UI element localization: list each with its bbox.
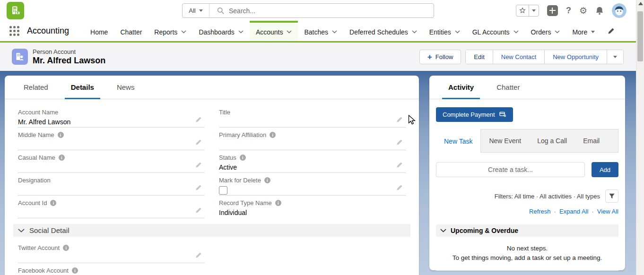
nav-tab-batches[interactable]: Batches bbox=[298, 21, 343, 41]
record-meta: Person Account Mr. Alfred Lawson bbox=[33, 48, 105, 66]
record-type-label: Person Account bbox=[33, 48, 105, 55]
search-scope-selector[interactable]: All bbox=[183, 4, 209, 17]
tab-news[interactable]: News bbox=[111, 76, 141, 99]
info-icon[interactable] bbox=[240, 155, 246, 161]
app-launcher-waffle-icon[interactable] bbox=[9, 26, 19, 36]
edit-pencil-icon[interactable] bbox=[396, 139, 403, 146]
edit-pencil-icon[interactable] bbox=[195, 252, 202, 258]
new-contact-button[interactable]: New Contact bbox=[493, 50, 544, 64]
field-primary-affiliation: Primary Affiliation bbox=[219, 128, 406, 150]
scrollbar-up-arrow-icon[interactable] bbox=[638, 2, 643, 5]
scrollbar-thumb[interactable] bbox=[637, 11, 643, 61]
info-icon[interactable] bbox=[275, 200, 281, 206]
mark-for-delete-checkbox[interactable] bbox=[219, 186, 227, 195]
search-scope-label: All bbox=[189, 7, 195, 14]
tab-new-task[interactable]: New Task bbox=[436, 129, 481, 153]
setup-gear-icon[interactable]: ⚙ bbox=[579, 6, 587, 15]
edit-pencil-icon[interactable] bbox=[195, 184, 202, 191]
tab-related[interactable]: Related bbox=[17, 76, 54, 99]
page-scrollbar[interactable] bbox=[636, 0, 644, 275]
notifications-bell-icon[interactable] bbox=[595, 6, 604, 15]
search-input[interactable]: Search... bbox=[229, 7, 255, 15]
field-title: Title bbox=[219, 105, 406, 128]
activity-card: Activity Chatter Complete Payment New Ta… bbox=[429, 76, 625, 270]
section-upcoming-overdue[interactable]: Upcoming & Overdue bbox=[436, 224, 618, 237]
header-utility-icons: ? ⚙ bbox=[516, 3, 627, 18]
nav-tab-entities[interactable]: Entities bbox=[423, 21, 466, 41]
nav-tab-reports[interactable]: Reports bbox=[148, 21, 192, 41]
info-icon[interactable] bbox=[59, 155, 65, 161]
nav-tab-home[interactable]: Home bbox=[84, 21, 114, 41]
empty-state-line2: To get things moving, add a task or set … bbox=[429, 253, 625, 263]
nav-tab-deferred-schedules[interactable]: Deferred Schedules bbox=[343, 21, 423, 41]
view-all-link[interactable]: View All bbox=[588, 208, 618, 215]
empty-state-message: No next steps. To get things moving, add… bbox=[429, 244, 625, 262]
quick-action-tabs: New Task New Event Log a Call Email bbox=[436, 129, 618, 153]
details-tab-row: Related Details News bbox=[5, 76, 419, 99]
tab-log-a-call[interactable]: Log a Call bbox=[529, 129, 575, 152]
complete-payment-button[interactable]: Complete Payment bbox=[436, 107, 513, 122]
field-record-type-name: Record Type Name Individual bbox=[219, 196, 406, 218]
favorites-dropdown-icon[interactable] bbox=[529, 5, 539, 16]
caret-down-icon bbox=[591, 31, 595, 33]
chevron-down-icon bbox=[332, 30, 337, 34]
nav-tab-orders[interactable]: Orders bbox=[525, 21, 566, 41]
edit-pencil-icon[interactable] bbox=[396, 116, 403, 123]
salesforce-page: All Search... ? ⚙ bbox=[0, 0, 644, 275]
refresh-link[interactable]: Refresh bbox=[529, 208, 551, 215]
social-detail-fields: Twitter Account Facebook Account bbox=[5, 237, 419, 275]
edit-pencil-icon[interactable] bbox=[195, 139, 202, 146]
edit-navigation-pencil-icon[interactable] bbox=[608, 27, 615, 34]
info-icon[interactable] bbox=[50, 200, 56, 206]
tab-chatter[interactable]: Chatter bbox=[490, 76, 526, 99]
new-opportunity-button[interactable]: New Opportunity bbox=[544, 50, 607, 64]
follow-button[interactable]: + Follow bbox=[419, 50, 461, 64]
nav-tab-chatter[interactable]: Chatter bbox=[114, 21, 148, 41]
edit-pencil-icon[interactable] bbox=[396, 162, 403, 168]
record-action-button-group: Edit New Contact New Opportunity bbox=[465, 50, 624, 64]
nav-tab-more[interactable]: More bbox=[566, 21, 601, 41]
global-header: All Search... ? ⚙ bbox=[0, 0, 636, 21]
nav-tab-dashboards[interactable]: Dashboards bbox=[192, 21, 250, 41]
tab-details[interactable]: Details bbox=[65, 76, 100, 99]
info-icon[interactable] bbox=[270, 132, 276, 138]
field-status: Status Active bbox=[219, 150, 406, 173]
payment-icon bbox=[499, 112, 506, 118]
edit-pencil-icon[interactable] bbox=[396, 184, 403, 191]
add-task-button[interactable]: Add bbox=[592, 162, 618, 177]
nav-tab-gl-accounts[interactable]: GL Accounts bbox=[466, 21, 525, 41]
tab-activity[interactable]: Activity bbox=[442, 76, 480, 99]
more-actions-dropdown-icon[interactable] bbox=[607, 50, 623, 64]
filter-funnel-icon[interactable] bbox=[605, 189, 618, 203]
favorites-control bbox=[516, 5, 539, 17]
person-account-icon bbox=[12, 49, 28, 65]
field-middle-name: Middle Name bbox=[18, 128, 205, 150]
edit-button[interactable]: Edit bbox=[466, 50, 492, 64]
section-social-detail[interactable]: Social Detail bbox=[13, 224, 410, 237]
info-icon[interactable] bbox=[58, 132, 64, 138]
edit-pencil-icon[interactable] bbox=[195, 162, 202, 168]
info-icon[interactable] bbox=[63, 245, 69, 251]
field-account-name: Account Name Mr. Alfred Lawson bbox=[18, 105, 205, 128]
edit-pencil-icon[interactable] bbox=[195, 207, 202, 214]
nav-tab-accounts[interactable]: Accounts bbox=[250, 21, 298, 41]
chevron-down-icon bbox=[555, 30, 560, 34]
tab-new-event[interactable]: New Event bbox=[481, 129, 529, 152]
chevron-down-icon bbox=[287, 30, 292, 34]
create-task-input[interactable] bbox=[436, 162, 585, 177]
field-facebook-account: Facebook Account bbox=[18, 263, 205, 275]
expand-all-link[interactable]: Expand All bbox=[551, 208, 589, 215]
accounting-app-logo-icon[interactable] bbox=[7, 2, 24, 19]
divider bbox=[436, 270, 618, 271]
help-icon[interactable]: ? bbox=[566, 6, 571, 16]
global-search[interactable]: All Search... bbox=[182, 3, 434, 18]
info-icon[interactable] bbox=[72, 267, 78, 274]
global-create-plus-icon[interactable] bbox=[547, 5, 558, 16]
user-avatar[interactable] bbox=[612, 3, 627, 18]
favorite-star-icon[interactable] bbox=[516, 5, 529, 16]
info-icon[interactable] bbox=[264, 177, 270, 183]
chevron-down-icon bbox=[455, 30, 460, 34]
edit-pencil-icon[interactable] bbox=[195, 116, 202, 123]
tab-email[interactable]: Email bbox=[575, 129, 608, 152]
record-header: Person Account Mr. Alfred Lawson + Follo… bbox=[0, 43, 636, 71]
